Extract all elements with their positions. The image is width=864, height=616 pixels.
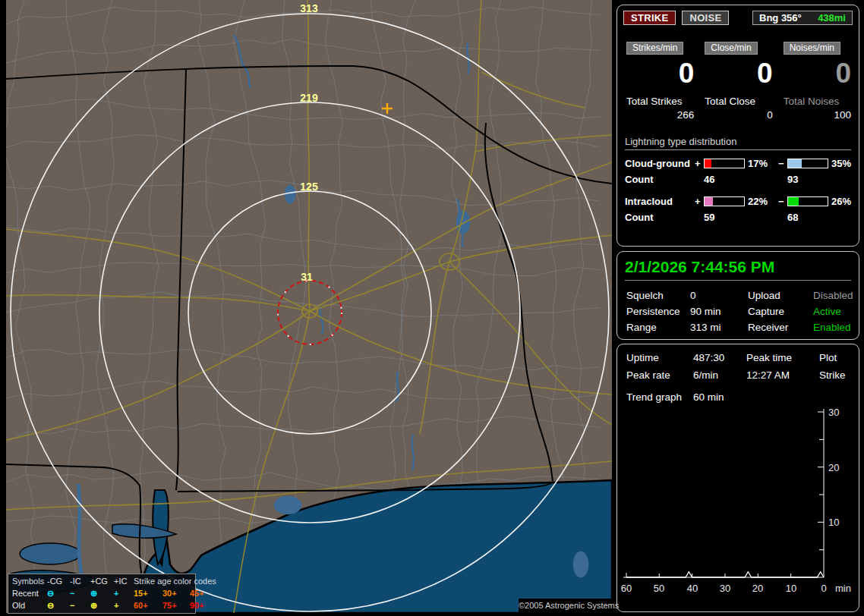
cg-minus-count: 93	[787, 174, 851, 185]
bearing-distance-box: Bng 356° 438mi	[752, 11, 853, 25]
trend-graph-value: 60 min	[693, 391, 851, 403]
receiver-label: Receiver	[748, 322, 813, 333]
map-legend: Symbols -CG -IC +CG +IC Strike age color…	[8, 574, 196, 614]
old-ic-plus-icon: +	[114, 599, 134, 611]
intracloud-counts: Count 59 68	[625, 212, 851, 223]
range-label: Range	[626, 322, 690, 333]
total-noises-label: Total Noises	[784, 96, 851, 107]
total-strikes-value: 266	[626, 109, 694, 121]
recent-cg-plus-icon: ⊕	[90, 587, 114, 599]
ring-label-125: 125	[300, 181, 318, 193]
cg-plus-pct: 17%	[748, 158, 778, 169]
ytick-20: 20	[828, 462, 839, 473]
noises-per-min-column: Noises/min 0 Total Noises 100	[784, 42, 851, 121]
strike-tab-button[interactable]: STRIKE	[623, 11, 676, 25]
squelch-label: Squelch	[626, 290, 690, 301]
ring-label-31: 31	[301, 271, 313, 283]
ring-label-219: 219	[300, 92, 318, 104]
age-30: 30+	[162, 587, 190, 599]
strikes-per-min-value: 0	[626, 58, 694, 90]
cloud-ground-counts: Count 46 93	[625, 174, 851, 185]
legend-old-label: Old	[12, 599, 47, 611]
cg-plus-bar	[704, 159, 745, 168]
age-60: 60+	[134, 599, 162, 611]
ring-label-313: 313	[300, 2, 318, 14]
close-per-min-header: Close/min	[705, 42, 757, 55]
legend-symbols-header: Symbols	[12, 575, 47, 587]
x-unit-label: min	[835, 583, 851, 594]
close-per-min-value: 0	[705, 58, 772, 90]
age-90: 90+	[190, 599, 216, 611]
plus-sign: +	[695, 158, 704, 169]
uptime-label: Uptime	[626, 352, 693, 363]
minus-sign: −	[778, 158, 787, 169]
legend-col-cg-plus: +CG	[90, 575, 114, 587]
upload-label: Upload	[748, 290, 813, 301]
noises-per-min-value: 0	[784, 58, 851, 90]
strike-stats-panel: STRIKE NOISE Bng 356° 438mi Strikes/min …	[616, 5, 859, 247]
trend-graph: 30 20 10 60 50 40 30 20 10 0 min	[620, 404, 856, 602]
xtick-50: 50	[654, 583, 664, 594]
trend-graph-label: Trend graph	[626, 391, 693, 403]
distribution-title: Lightning type distribution	[625, 136, 851, 150]
peak-time-value: 12:27 AM	[746, 369, 819, 381]
strikes-per-min-column: Strikes/min 0 Total Strikes 266	[626, 42, 694, 121]
xtick-10: 10	[786, 583, 796, 594]
xtick-60: 60	[621, 583, 632, 594]
age-15: 15+	[134, 587, 162, 599]
ic-minus-pct: 26%	[831, 196, 851, 207]
persistence-label: Persistence	[626, 306, 690, 317]
capture-label: Capture	[748, 306, 813, 317]
persistence-value: 90 min	[690, 306, 748, 317]
lightning-map[interactable]: 313 219 125 31	[6, 0, 612, 613]
recent-cg-minus-icon: ⊖	[47, 587, 70, 599]
uptime-value: 487:30	[693, 352, 746, 363]
ytick-30: 30	[828, 407, 839, 418]
peak-rate-label: Peak rate	[626, 369, 693, 381]
xtick-40: 40	[687, 583, 698, 594]
legend-col-cg-minus: -CG	[47, 575, 70, 587]
copyright-bar: ©2005 Astrogenic Systems	[519, 599, 612, 613]
count-label: Count	[625, 212, 695, 223]
uptime-trend-panel: Uptime 487:30 Peak time Plot Peak rate 6…	[616, 344, 859, 612]
distance-value: 438mi	[818, 12, 846, 24]
count-label: Count	[625, 174, 695, 185]
ic-plus-pct: 22%	[748, 196, 778, 207]
legend-col-ic-minus: -IC	[70, 575, 90, 587]
squelch-value: 0	[690, 290, 748, 301]
ic-minus-bar	[787, 196, 828, 206]
xtick-20: 20	[752, 583, 763, 594]
recent-ic-minus-icon: −	[70, 587, 90, 599]
intracloud-row: Intracloud + 22% − 26%	[625, 196, 851, 207]
close-per-min-column: Close/min 0 Total Close 0	[705, 42, 772, 121]
cg-plus-count: 46	[704, 174, 778, 185]
age-75: 75+	[162, 599, 190, 611]
old-ic-minus-icon: −	[70, 599, 90, 611]
legend-age-header: Strike age color codes	[134, 575, 216, 587]
map-canvas: 313 219 125 31	[6, 0, 612, 613]
total-close-label: Total Close	[705, 96, 772, 107]
peak-time-label: Peak time	[746, 352, 819, 363]
datetime-display: 2/1/2026 7:44:56 PM	[625, 258, 851, 281]
old-cg-plus-icon: ⊕	[90, 599, 114, 611]
total-strikes-label: Total Strikes	[626, 96, 694, 107]
total-noises-value: 100	[784, 109, 851, 121]
age-45: 45+	[190, 587, 216, 599]
ytick-10: 10	[828, 517, 839, 528]
recent-ic-plus-icon: +	[114, 587, 134, 599]
plot-mode-value: Strike	[819, 369, 851, 381]
xtick-30: 30	[720, 583, 730, 594]
bearing-value: Bng 356°	[759, 12, 802, 24]
range-value: 313 mi	[690, 322, 748, 333]
ic-minus-count: 68	[787, 212, 851, 223]
plus-sign: +	[695, 196, 704, 207]
legend-col-ic-plus: +IC	[114, 575, 134, 587]
intracloud-label: Intracloud	[625, 196, 695, 207]
system-status-panel: 2/1/2026 7:44:56 PM Squelch 0 Upload Dis…	[616, 251, 859, 340]
minus-sign: −	[778, 196, 787, 207]
cg-minus-pct: 35%	[831, 158, 851, 169]
noise-tab-button[interactable]: NOISE	[682, 11, 729, 25]
upload-value: Disabled	[813, 290, 853, 301]
cg-minus-bar	[787, 159, 828, 168]
cloud-ground-row: Cloud-ground + 17% − 35%	[625, 158, 851, 169]
